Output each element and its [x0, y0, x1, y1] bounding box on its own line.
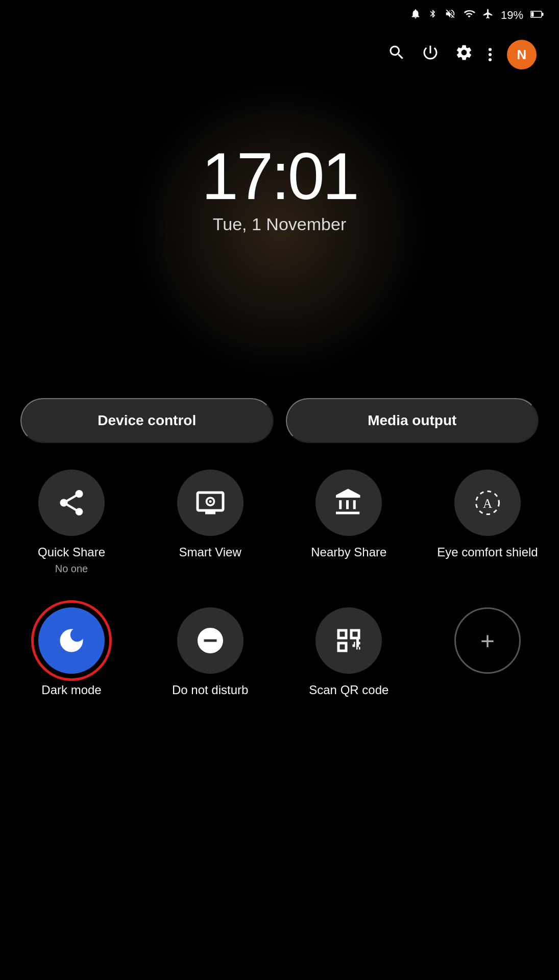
dnd-icon [177, 607, 244, 674]
nearby-share-label: Nearby Share [311, 544, 386, 560]
search-button[interactable] [387, 43, 406, 66]
nearby-share-icon [315, 470, 382, 536]
mute-icon [445, 8, 456, 22]
tiles-row1: Quick Share No one Smart View Nearby Sha… [20, 470, 539, 575]
device-control-button[interactable]: Device control [20, 398, 274, 443]
quick-share-label: Quick Share [38, 544, 105, 560]
dark-mode-icon [38, 607, 105, 674]
smart-view-label: Smart View [179, 544, 241, 560]
quick-share-sublabel: No one [55, 563, 88, 575]
svg-rect-2 [531, 12, 534, 17]
clock-time: 17:01 [202, 143, 357, 209]
alarm-icon [410, 8, 421, 22]
power-button[interactable] [421, 43, 440, 66]
add-icon: + [454, 607, 521, 674]
dark-mode-tile[interactable]: Dark mode [20, 607, 123, 698]
quick-share-tile[interactable]: Quick Share No one [20, 470, 123, 575]
dark-mode-label: Dark mode [41, 682, 101, 698]
scan-qr-label: Scan QR code [309, 682, 388, 698]
clock-container: 17:01 Tue, 1 November [202, 143, 357, 234]
smart-view-icon [177, 470, 244, 536]
add-tile[interactable]: + [436, 607, 539, 698]
eye-comfort-tile[interactable]: A Eye comfort shield [436, 470, 539, 575]
quick-share-icon [38, 470, 105, 536]
bluetooth-icon [428, 8, 438, 22]
svg-text:A: A [483, 497, 492, 510]
settings-button[interactable] [455, 43, 473, 66]
dnd-label: Do not disturb [172, 682, 248, 698]
top-controls: N [375, 31, 549, 79]
tiles-row2: Dark mode Do not disturb Scan QR code + [20, 607, 539, 698]
battery-icon [530, 9, 544, 22]
wifi-icon [463, 8, 475, 22]
eye-comfort-icon: A [454, 470, 521, 536]
svg-rect-1 [542, 13, 544, 16]
scan-qr-tile[interactable]: Scan QR code [298, 607, 400, 698]
more-options-button[interactable] [489, 44, 492, 65]
airplane-icon [482, 8, 494, 22]
profile-badge[interactable]: N [507, 40, 537, 69]
battery-percentage: 19% [501, 9, 523, 22]
media-output-button[interactable]: Media output [286, 398, 539, 443]
quick-actions: Device control Media output [20, 398, 539, 443]
qr-icon [315, 607, 382, 674]
smart-view-tile[interactable]: Smart View [159, 470, 261, 575]
nearby-share-tile[interactable]: Nearby Share [298, 470, 400, 575]
svg-point-4 [209, 500, 211, 503]
do-not-disturb-tile[interactable]: Do not disturb [159, 607, 261, 698]
clock-date: Tue, 1 November [202, 214, 357, 234]
status-bar: 19% [0, 0, 559, 31]
eye-comfort-label: Eye comfort shield [437, 544, 538, 560]
